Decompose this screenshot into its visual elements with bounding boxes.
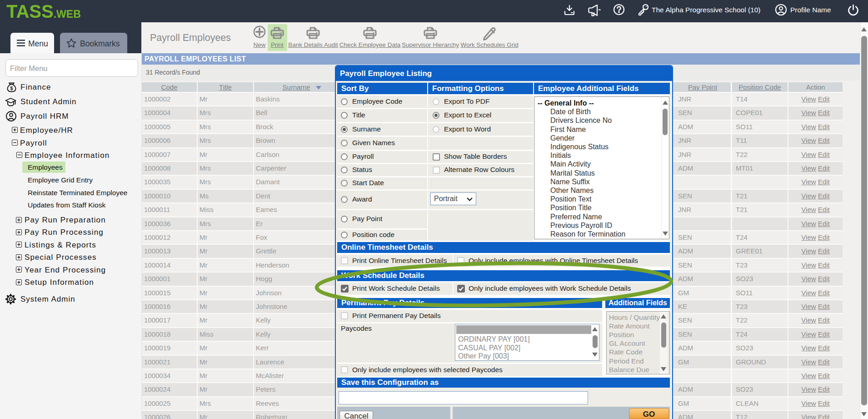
svg-text:$: $ [10, 86, 13, 91]
